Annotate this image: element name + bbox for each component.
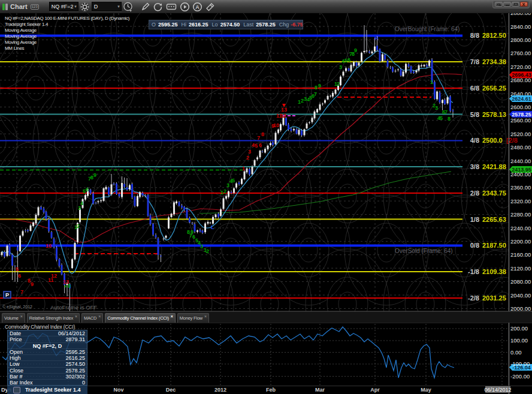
svg-text:2160.00: 2160.00 bbox=[510, 251, 531, 258]
svg-text:6: 6 bbox=[18, 273, 21, 279]
svg-text:4/8: 4/8 bbox=[470, 137, 479, 144]
svg-text:8: 8 bbox=[187, 229, 190, 235]
svg-text:8/8: 8/8 bbox=[470, 32, 479, 39]
svg-text:2/8: 2/8 bbox=[470, 190, 479, 197]
svg-text:2187.50: 2187.50 bbox=[482, 242, 506, 249]
svg-text:9: 9 bbox=[354, 47, 357, 53]
svg-text:4: 4 bbox=[80, 200, 83, 206]
svg-text:9: 9 bbox=[68, 283, 71, 289]
svg-text:2040.00: 2040.00 bbox=[510, 292, 531, 299]
svg-text:11: 11 bbox=[48, 277, 54, 283]
svg-text:-1/8: -1/8 bbox=[468, 268, 479, 275]
svg-text:9: 9 bbox=[318, 83, 321, 89]
svg-text:12: 12 bbox=[280, 113, 286, 119]
svg-text:2720.00: 2720.00 bbox=[510, 64, 531, 70]
svg-text:2031.25: 2031.25 bbox=[482, 294, 506, 302]
svg-text:2600.00: 2600.00 bbox=[510, 104, 531, 110]
svg-text:2560.00: 2560.00 bbox=[510, 117, 531, 124]
svg-text:2840.00: 2840.00 bbox=[510, 23, 531, 30]
svg-text:8: 8 bbox=[261, 131, 264, 137]
svg-text:2656.25: 2656.25 bbox=[482, 85, 506, 92]
svg-text:2240.00: 2240.00 bbox=[510, 225, 531, 231]
svg-text:2696.43: 2696.43 bbox=[512, 72, 531, 78]
svg-text:7: 7 bbox=[314, 91, 317, 97]
svg-text:6: 6 bbox=[86, 187, 89, 193]
svg-text:OverBought (Frame: 64): OverBought (Frame: 64) bbox=[395, 26, 460, 32]
svg-text:1/8: 1/8 bbox=[470, 216, 479, 223]
svg-text:2413.95: 2413.95 bbox=[512, 167, 531, 173]
svg-text:Moving Average: Moving Average bbox=[5, 40, 37, 45]
svg-text:9: 9 bbox=[31, 281, 34, 287]
svg-text:2200.00: 2200.00 bbox=[510, 238, 531, 245]
svg-text:2421.88: 2421.88 bbox=[482, 163, 506, 170]
svg-text:Apr: Apr bbox=[370, 387, 380, 393]
svg-text:10: 10 bbox=[273, 122, 279, 128]
svg-text:3/8: 3/8 bbox=[470, 163, 479, 170]
svg-text:9: 9 bbox=[191, 229, 194, 235]
svg-text:2812.50: 2812.50 bbox=[482, 32, 506, 39]
svg-text:6/8: 6/8 bbox=[470, 85, 479, 92]
svg-text:2280.00: 2280.00 bbox=[510, 211, 531, 218]
svg-text:NQ #F=2,NASDAQ 100 E-MINI FUTU: NQ #F=2,NASDAQ 100 E-MINI FUTURES (DAY),… bbox=[5, 16, 130, 21]
svg-text:6: 6 bbox=[259, 142, 262, 148]
svg-text:2578.13: 2578.13 bbox=[482, 111, 506, 118]
svg-text:2: 2 bbox=[246, 155, 249, 161]
svg-text:OverSold (Frame: 64): OverSold (Frame: 64) bbox=[395, 248, 453, 254]
svg-text:Moving Average: Moving Average bbox=[5, 28, 37, 33]
svg-text:3: 3 bbox=[435, 105, 438, 111]
svg-text:5/8: 5/8 bbox=[470, 111, 479, 118]
svg-text:7/8: 7/8 bbox=[470, 58, 479, 65]
svg-text:-100.00: -100.00 bbox=[510, 360, 530, 367]
svg-text:9: 9 bbox=[93, 172, 96, 178]
svg-text:2120.00: 2120.00 bbox=[510, 265, 531, 272]
svg-text:2: 2 bbox=[223, 188, 226, 194]
svg-text:0.00: 0.00 bbox=[510, 349, 522, 356]
svg-text:1: 1 bbox=[430, 79, 433, 85]
svg-text:2: 2 bbox=[206, 248, 209, 254]
svg-text:100.00: 100.00 bbox=[510, 337, 528, 344]
svg-text:2480.00: 2480.00 bbox=[510, 144, 531, 151]
svg-text:2500.0: 2500.0 bbox=[482, 137, 503, 144]
svg-text:2734.38: 2734.38 bbox=[482, 58, 506, 65]
svg-text:Feb: Feb bbox=[266, 387, 276, 393]
svg-text:2: 2 bbox=[77, 223, 80, 229]
svg-text:2080.00: 2080.00 bbox=[510, 278, 531, 285]
svg-text:0/8: 0/8 bbox=[470, 242, 479, 249]
svg-text:6: 6 bbox=[347, 57, 350, 63]
svg-text:+: + bbox=[64, 284, 67, 290]
svg-text:Commodity Channel Index (CCI): Commodity Channel Index (CCI) bbox=[5, 324, 75, 330]
svg-text:1: 1 bbox=[242, 166, 245, 172]
svg-text:2360.00: 2360.00 bbox=[510, 184, 531, 191]
svg-text:7: 7 bbox=[20, 289, 23, 295]
svg-text:8: 8 bbox=[448, 116, 451, 122]
svg-text:5: 5 bbox=[195, 237, 198, 243]
svg-text:5: 5 bbox=[255, 143, 258, 149]
svg-text:2520.00: 2520.00 bbox=[510, 131, 531, 137]
svg-text:5: 5 bbox=[440, 115, 443, 121]
svg-text:2578.25: 2578.25 bbox=[512, 112, 531, 118]
svg-text:3: 3 bbox=[248, 149, 251, 155]
svg-text:P: P bbox=[5, 292, 9, 298]
svg-text:2343.75: 2343.75 bbox=[482, 190, 506, 197]
svg-text:06/14/2012: 06/14/2012 bbox=[484, 387, 511, 393]
svg-text:Moving Average: Moving Average bbox=[5, 34, 37, 39]
svg-text:200.00: 200.00 bbox=[510, 325, 528, 332]
svg-text:2: 2 bbox=[337, 81, 340, 87]
svg-text:H: H bbox=[374, 35, 379, 41]
svg-text:3: 3 bbox=[339, 64, 342, 70]
svg-text:© eSignal, 2012: © eSignal, 2012 bbox=[2, 305, 32, 309]
svg-text:-200.00: -200.00 bbox=[510, 373, 530, 380]
svg-text:7: 7 bbox=[445, 109, 448, 115]
svg-text:AutoFrame is OFF: AutoFrame is OFF bbox=[50, 304, 97, 311]
svg-text:Mar: Mar bbox=[315, 387, 325, 393]
svg-text:Nov: Nov bbox=[113, 387, 123, 393]
svg-text:13: 13 bbox=[281, 107, 287, 113]
svg-text:[2/8: [2/8 bbox=[506, 137, 518, 144]
svg-text:5: 5 bbox=[232, 178, 235, 184]
svg-text:5: 5 bbox=[16, 266, 19, 272]
svg-text:2265.63: 2265.63 bbox=[482, 216, 506, 223]
svg-text:Tradesight Seeker 1.4: Tradesight Seeker 1.4 bbox=[5, 22, 49, 27]
svg-text:2800.00: 2800.00 bbox=[510, 37, 531, 43]
svg-text:2624.61: 2624.61 bbox=[512, 96, 531, 102]
svg-text:2320.00: 2320.00 bbox=[510, 198, 531, 204]
